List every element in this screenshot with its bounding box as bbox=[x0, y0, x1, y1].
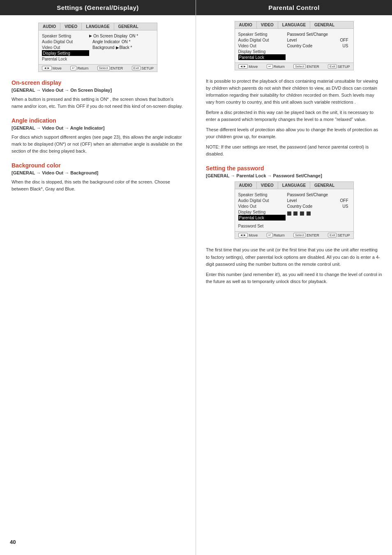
menu-item-parental-lock-1[interactable]: Parental Lock bbox=[42, 56, 89, 62]
footer-return-1: ↩ Return bbox=[70, 66, 88, 70]
right-label-level-3: Level bbox=[287, 198, 297, 203]
tab-language-2[interactable]: LANGUAGE bbox=[278, 21, 310, 28]
footer-label-return-2: Return bbox=[274, 65, 285, 69]
footer-label-select-2: ENTER bbox=[307, 65, 319, 69]
password-row-label: Password Set bbox=[238, 224, 264, 228]
password-body-2: Enter this number (and remember it!), as… bbox=[206, 271, 382, 285]
footer-exit-3: Exit SETUP bbox=[328, 233, 350, 237]
footer-btn-return-3: ↩ bbox=[267, 233, 273, 237]
menu-right-row-password-set-2[interactable]: Password Set/Change bbox=[286, 31, 350, 37]
menu-item-display-setting-3[interactable]: Display Setting bbox=[238, 209, 286, 215]
footer-label-select-3: ENTER bbox=[307, 233, 319, 237]
tab-language-3[interactable]: LANGUAGE bbox=[278, 182, 310, 189]
menu-right-row-level-3[interactable]: Level OFF bbox=[286, 197, 350, 203]
footer-label-move-3: Move bbox=[249, 233, 258, 237]
parental-intro-2: These different levels of protection als… bbox=[206, 126, 382, 140]
password-nav: [GENERAL → Parental Lock → Password Set/… bbox=[206, 173, 382, 178]
password-body-1: The first time that you use the unit (or… bbox=[206, 246, 382, 267]
background-title: Background color bbox=[12, 162, 184, 169]
parental-intro-3: NOTE: If the user settings are reset, th… bbox=[206, 144, 382, 158]
pwd-dot-4 bbox=[307, 211, 311, 216]
footer-btn-return-1: ↩ bbox=[70, 66, 76, 70]
right-value-level-3: OFF bbox=[340, 198, 348, 203]
tab-language-1[interactable]: LANGUAGE bbox=[82, 23, 114, 30]
tab-audio-2[interactable]: AUDIO bbox=[235, 21, 257, 28]
footer-btn-exit-1: Exit bbox=[132, 66, 141, 70]
parental-intro-1: Before a disc protected in this way can … bbox=[206, 109, 382, 123]
right-label-password-2: Password Set/Change bbox=[287, 32, 328, 37]
footer-btn-move-2: ◄► bbox=[238, 64, 248, 69]
pwd-dot-1 bbox=[287, 211, 291, 216]
menu-item-audio-digital-1[interactable]: Audio Digital Out bbox=[42, 39, 89, 44]
right-label-country-3: Country Code bbox=[287, 204, 313, 209]
footer-label-exit-3: SETUP bbox=[337, 233, 350, 237]
footer-select-2: Select ENTER bbox=[293, 64, 319, 69]
menu-tabs-2: AUDIO VIDEO LANGUAGE GENERAL bbox=[235, 21, 353, 29]
footer-btn-select-3: Select bbox=[293, 233, 306, 237]
onscreen-title: On-screen display bbox=[12, 79, 184, 86]
menu-item-speaker-2[interactable]: Speaker Setting bbox=[238, 31, 286, 37]
footer-return-2: ↩ Return bbox=[267, 64, 285, 69]
menu-item-video-out-1[interactable]: Video Out bbox=[42, 44, 89, 50]
onscreen-body: When a button is pressed and this settin… bbox=[12, 96, 184, 110]
menu-box-2: AUDIO VIDEO LANGUAGE GENERAL Speaker Set… bbox=[235, 21, 354, 70]
footer-label-return-1: Return bbox=[77, 66, 88, 70]
menu-left-2: Speaker Setting Audio Digital Out Video … bbox=[238, 31, 286, 60]
footer-btn-move-1: ◄► bbox=[42, 66, 52, 70]
right-section-header: Parental Control bbox=[196, 0, 392, 15]
menu-item-video-out-3[interactable]: Video Out bbox=[238, 203, 286, 209]
tab-general-3[interactable]: GENERAL bbox=[310, 182, 339, 189]
password-dots-container bbox=[286, 211, 350, 216]
menu-right-row-country-3[interactable]: Country Code US bbox=[286, 203, 350, 209]
footer-select-3: Select ENTER bbox=[293, 233, 319, 237]
submenu-row-onscreen[interactable]: ▶ On Screen Display ON * bbox=[89, 33, 154, 39]
menu-right-2: Password Set/Change Level OFF Country Co… bbox=[286, 31, 350, 60]
menu-item-display-setting-1[interactable]: Display Setting bbox=[42, 50, 89, 56]
tab-video-1[interactable]: VIDEO bbox=[60, 23, 82, 30]
footer-move-2: ◄► Move bbox=[238, 64, 258, 69]
footer-return-3: ↩ Return bbox=[267, 233, 285, 237]
menu-footer-3: ◄► Move ↩ Return Select ENTER Exit SETUP bbox=[235, 231, 353, 239]
angle-body: For discs which support different angles… bbox=[12, 134, 184, 155]
submenu-label-onscreen: On Screen Display bbox=[93, 34, 127, 38]
menu-item-password-row[interactable]: Password Set bbox=[238, 223, 286, 229]
submenu-row-background[interactable]: Background ▶ Black * bbox=[89, 44, 154, 50]
tab-video-2[interactable]: VIDEO bbox=[257, 21, 278, 28]
menu-right-row-password-set-3[interactable]: Password Set/Change bbox=[286, 192, 350, 197]
menu-box-3: AUDIO VIDEO LANGUAGE GENERAL Speaker Set… bbox=[235, 181, 354, 239]
footer-move-1: ◄► Move bbox=[42, 66, 62, 70]
menu-item-display-setting-2[interactable]: Display Setting bbox=[238, 49, 286, 54]
submenu-row-angle[interactable]: Angle Indicator ON * bbox=[89, 39, 154, 44]
menu-item-parental-lock-2[interactable]: Parental Lock bbox=[238, 54, 286, 60]
menu-item-audio-digital-2[interactable]: Audio Digital Out bbox=[238, 37, 286, 43]
footer-btn-return-2: ↩ bbox=[267, 64, 273, 69]
menu-item-speaker-1[interactable]: Speaker Setting bbox=[42, 33, 89, 39]
menu-right-row-level-2[interactable]: Level OFF bbox=[286, 37, 350, 43]
onscreen-nav: [GENERAL → Video Out → On Screen Display… bbox=[12, 88, 184, 93]
footer-btn-select-2: Select bbox=[293, 64, 306, 69]
right-label-country-2: Country Code bbox=[287, 44, 313, 48]
menu-item-parental-lock-3[interactable]: Parental Lock bbox=[238, 215, 286, 221]
footer-label-move-2: Move bbox=[249, 65, 258, 69]
tab-audio-3[interactable]: AUDIO bbox=[235, 182, 257, 189]
menu-body-2: Speaker Setting Audio Digital Out Video … bbox=[235, 29, 353, 63]
footer-label-move-1: Move bbox=[53, 66, 62, 70]
background-body: When the disc is stopped, this sets the … bbox=[12, 179, 184, 193]
tab-general-2[interactable]: GENERAL bbox=[310, 21, 339, 28]
footer-move-3: ◄► Move bbox=[238, 233, 258, 237]
menu-left-1: Speaker Setting Audio Digital Out Video … bbox=[42, 33, 89, 62]
menu-item-audio-digital-3[interactable]: Audio Digital Out bbox=[238, 197, 286, 203]
tab-general-1[interactable]: GENERAL bbox=[114, 23, 143, 30]
menu-item-speaker-3[interactable]: Speaker Setting bbox=[238, 192, 286, 197]
password-title: Setting the password bbox=[206, 165, 382, 172]
footer-label-exit-1: SETUP bbox=[141, 66, 154, 70]
menu-right-row-country-2[interactable]: Country Code US bbox=[286, 43, 350, 49]
menu-item-video-out-2[interactable]: Video Out bbox=[238, 43, 286, 49]
tab-video-3[interactable]: VIDEO bbox=[257, 182, 278, 189]
submenu-value-angle: ON * bbox=[122, 39, 131, 44]
submenu-arrow-background: ▶ bbox=[116, 45, 119, 50]
menu-tabs-1: AUDIO VIDEO LANGUAGE GENERAL bbox=[39, 23, 157, 30]
tab-audio-1[interactable]: AUDIO bbox=[39, 23, 60, 30]
menu-left-3: Speaker Setting Audio Digital Out Video … bbox=[238, 192, 286, 229]
menu-body-1: Speaker Setting Audio Digital Out Video … bbox=[39, 30, 157, 64]
